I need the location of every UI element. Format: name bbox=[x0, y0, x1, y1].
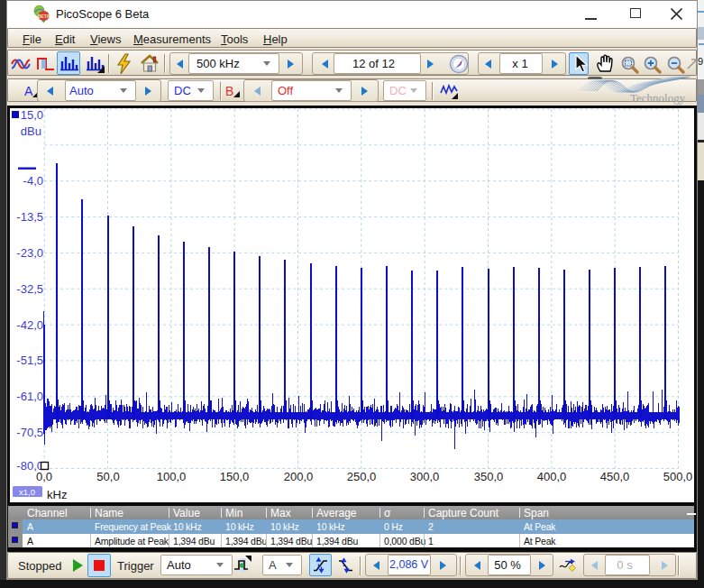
svg-text:450,0: 450,0 bbox=[600, 470, 630, 483]
svg-text:150,0: 150,0 bbox=[220, 470, 250, 483]
svg-text:500,0: 500,0 bbox=[663, 470, 693, 483]
svg-text:-70,5: -70,5 bbox=[16, 426, 43, 439]
svg-text:15,0: 15,0 bbox=[21, 108, 43, 122]
svg-text:100,0: 100,0 bbox=[157, 470, 187, 483]
svg-text:0,0: 0,0 bbox=[36, 470, 52, 483]
svg-text:-23,0: -23,0 bbox=[16, 246, 43, 260]
svg-text:dBu: dBu bbox=[21, 124, 41, 138]
svg-text:kHz: kHz bbox=[47, 488, 67, 501]
svg-text:300,0: 300,0 bbox=[410, 470, 440, 483]
svg-text:-42,0: -42,0 bbox=[16, 318, 43, 332]
svg-text:-4,0: -4,0 bbox=[23, 174, 43, 188]
svg-text:-13,5: -13,5 bbox=[16, 210, 43, 224]
svg-text:50,0: 50,0 bbox=[96, 470, 119, 483]
svg-text:200,0: 200,0 bbox=[284, 470, 314, 483]
svg-text:350,0: 350,0 bbox=[474, 470, 504, 483]
svg-text:250,0: 250,0 bbox=[347, 470, 377, 483]
svg-text:-51,5: -51,5 bbox=[16, 354, 43, 367]
svg-text:400,0: 400,0 bbox=[537, 470, 567, 483]
svg-text:-61,0: -61,0 bbox=[16, 390, 43, 403]
svg-text:x1,0: x1,0 bbox=[19, 487, 35, 497]
svg-text:-32,5: -32,5 bbox=[16, 282, 43, 296]
